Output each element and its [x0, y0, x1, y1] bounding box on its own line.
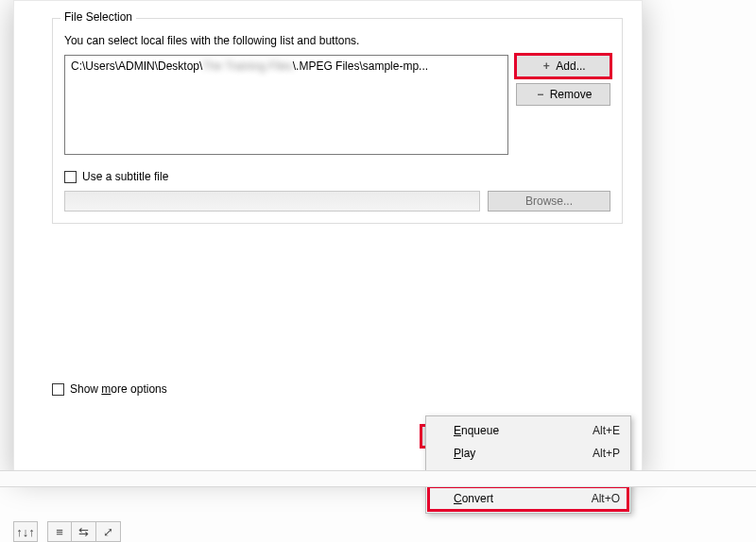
- toolbar-button-0[interactable]: ↑↓↑: [13, 521, 38, 542]
- toolbar-button-2[interactable]: ⇆: [72, 521, 96, 542]
- add-button[interactable]: + Add...: [516, 55, 610, 77]
- repeat-icon: ⇆: [78, 525, 89, 539]
- group-title: File Selection: [60, 10, 136, 24]
- show-more-options[interactable]: Show more options: [52, 382, 623, 396]
- dialog-body: File Selection You can select local file…: [41, 1, 634, 464]
- file-list[interactable]: C:\Users\ADMIN\Desktop\The Training File…: [64, 55, 508, 155]
- toolbar-button-1[interactable]: ≡: [47, 521, 72, 542]
- shuffle-icon: ↑↓↑: [16, 525, 35, 539]
- bottom-toolbar: ↑↓↑ ≡ ⇆ ⤢: [13, 521, 121, 542]
- remove-button[interactable]: − Remove: [516, 83, 610, 106]
- browse-button: Browse...: [488, 191, 610, 212]
- more-checkbox[interactable]: [52, 383, 64, 396]
- separator-bar: [0, 470, 756, 487]
- convert-dropdown-menu: Enqueue Alt+E Play Alt+P Stream Alt+S Co…: [425, 415, 631, 514]
- file-selection-group: File Selection You can select local file…: [52, 18, 623, 224]
- file-item[interactable]: C:\Users\ADMIN\Desktop\The Training File…: [71, 59, 428, 73]
- menu-convert[interactable]: Convert Alt+O: [429, 487, 627, 510]
- window-frame: File Selection You can select local file…: [13, 0, 643, 476]
- minus-icon: −: [535, 89, 546, 100]
- more-label: Show more options: [70, 382, 167, 396]
- plus-icon: +: [541, 60, 552, 72]
- list-icon: ≡: [56, 525, 63, 539]
- subtitle-checkbox[interactable]: [64, 171, 77, 183]
- subtitle-path-input: [64, 191, 480, 212]
- toolbar-button-3[interactable]: ⤢: [96, 521, 121, 542]
- group-desc: You can select local files with the foll…: [64, 34, 610, 47]
- menu-play[interactable]: Play Alt+P: [429, 442, 627, 465]
- expand-icon: ⤢: [103, 525, 113, 539]
- subtitle-label: Use a subtitle file: [82, 170, 168, 183]
- menu-enqueue[interactable]: Enqueue Alt+E: [429, 419, 627, 442]
